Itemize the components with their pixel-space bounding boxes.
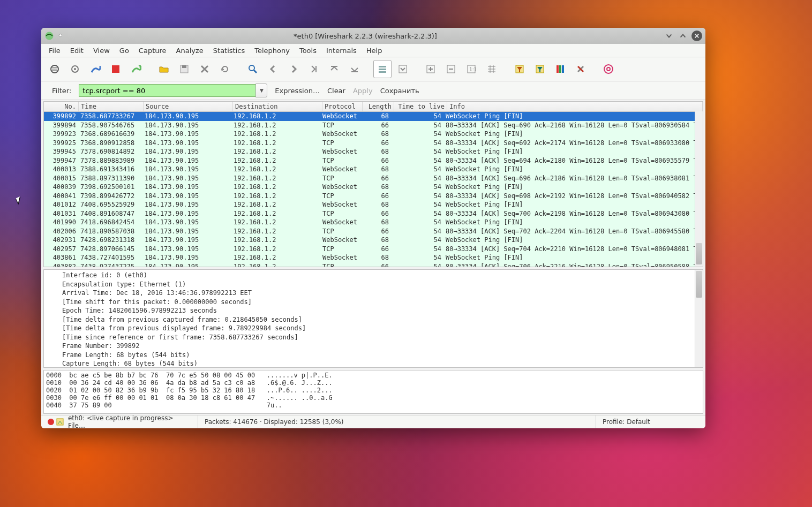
packet-row[interactable]: 3999257368.890912858184.173.90.195192.16… [44, 139, 703, 148]
open-file-icon[interactable] [155, 60, 173, 78]
menu-tools[interactable]: Tools [295, 46, 321, 56]
menu-edit[interactable]: Edit [66, 46, 88, 56]
hex-dump-pane[interactable]: 0000 bc ae c5 be 8b b7 bc 76 70 7c e5 50… [43, 370, 703, 414]
packet-row[interactable]: 4038827438.927437275184.173.90.195192.16… [44, 262, 703, 268]
column-header[interactable]: No. [44, 102, 79, 111]
close-button[interactable] [691, 31, 702, 41]
scroll-thumb[interactable] [696, 271, 702, 298]
filter-dropdown-icon[interactable]: ▼ [255, 84, 267, 97]
column-header[interactable]: Protocol [322, 102, 363, 111]
packet-row[interactable]: 4000417398.899426772184.173.90.195192.16… [44, 192, 703, 201]
go-last-icon[interactable] [345, 60, 364, 78]
menu-analyze[interactable]: Analyze [172, 46, 208, 56]
zoom-out-icon[interactable] [442, 60, 460, 78]
status-profile-text[interactable]: Profile: Default [603, 418, 650, 426]
go-to-packet-icon[interactable] [305, 60, 323, 78]
start-capture-icon[interactable] [86, 60, 104, 78]
packet-row[interactable]: 3999457378.690814892184.173.90.195192.16… [44, 147, 703, 156]
svg-point-10 [249, 65, 254, 71]
find-packet-icon[interactable] [244, 60, 262, 78]
detail-line[interactable]: Interface id: 0 (eth0) [62, 271, 703, 280]
zoom-in-icon[interactable] [422, 60, 440, 78]
menu-help[interactable]: Help [362, 46, 387, 56]
packet-row[interactable]: 4020067418.890587038184.173.90.195192.16… [44, 227, 703, 236]
column-header[interactable]: Destination [233, 102, 322, 111]
packet-row[interactable]: 4010127408.695525929184.173.90.195192.16… [44, 200, 703, 209]
details-scrollbar[interactable] [695, 270, 703, 367]
scroll-thumb[interactable] [696, 243, 702, 264]
packet-row[interactable]: 4010317408.891608747184.173.90.195192.16… [44, 209, 703, 218]
detail-line[interactable]: Frame Number: 399892 [62, 342, 703, 351]
svg-rect-9 [182, 65, 186, 68]
packet-row[interactable]: 4000397398.692500101184.173.90.195192.16… [44, 183, 703, 192]
restart-capture-icon[interactable] [127, 60, 145, 78]
packet-row[interactable]: 4000137388.691343416184.173.90.195192.16… [44, 165, 703, 174]
column-header[interactable]: Source [144, 102, 233, 111]
colorize-packets-icon[interactable] [373, 60, 392, 78]
go-back-icon[interactable] [264, 60, 282, 78]
stop-capture-icon[interactable] [107, 60, 125, 78]
detail-line[interactable]: Arrival Time: Dec 18, 2016 13:46:36.9789… [62, 289, 703, 298]
go-forward-icon[interactable] [284, 60, 303, 78]
packet-details-pane[interactable]: Interface id: 0 (eth0)Encapsulation type… [43, 269, 703, 368]
filter-apply-button[interactable]: Apply [353, 87, 373, 95]
filter-save-button[interactable]: Сохранить [380, 87, 419, 95]
detail-line[interactable]: Epoch Time: 1482061596.978992213 seconds [62, 306, 703, 315]
filter-input[interactable] [79, 84, 256, 97]
detail-line[interactable]: [Time shift for this packet: 0.000000000… [62, 298, 703, 307]
packet-row[interactable]: 3998927358.687733267184.173.90.195192.16… [44, 112, 703, 121]
help-icon[interactable] [599, 60, 618, 78]
packet-row[interactable]: 3999477378.889883989184.173.90.195192.16… [44, 156, 703, 165]
menu-telephony[interactable]: Telephony [250, 46, 294, 56]
detail-line[interactable]: [Time delta from previous captured frame… [62, 315, 703, 324]
reload-icon[interactable] [216, 60, 234, 78]
interfaces-list-icon[interactable] [46, 60, 64, 78]
menu-internals[interactable]: Internals [322, 46, 361, 56]
app-icon [44, 31, 54, 41]
packet-row[interactable]: 4000157388.897311390184.173.90.195192.16… [44, 174, 703, 183]
maximize-button[interactable] [678, 31, 688, 41]
menu-go[interactable]: Go [115, 46, 133, 56]
capture-options-icon[interactable] [66, 60, 84, 78]
menu-statistics[interactable]: Statistics [209, 46, 249, 56]
packet-row[interactable]: 4038617438.727401595184.173.90.195192.16… [44, 253, 703, 262]
svg-rect-13 [379, 69, 386, 70]
packet-list-body[interactable]: 3998927358.687733267184.173.90.195192.16… [44, 112, 703, 267]
packet-row[interactable]: 3999237368.689616639184.173.90.195192.16… [44, 130, 703, 139]
detail-line[interactable]: [Time since reference or first frame: 73… [62, 333, 703, 342]
menu-file[interactable]: File [44, 46, 65, 56]
auto-scroll-icon[interactable] [394, 60, 412, 78]
go-first-icon[interactable] [325, 60, 343, 78]
detail-line[interactable]: Frame Length: 68 bytes (544 bits) [62, 351, 703, 360]
column-header[interactable]: Info [447, 102, 703, 111]
preferences-icon[interactable] [572, 60, 590, 78]
pin-icon[interactable] [57, 31, 67, 41]
packet-row[interactable]: 4029317428.698231318184.173.90.195192.16… [44, 236, 703, 245]
column-header[interactable]: Time [79, 102, 144, 111]
filter-label: Filter: [52, 87, 71, 95]
detail-line[interactable]: Encapsulation type: Ethernet (1) [62, 280, 703, 289]
menu-capture[interactable]: Capture [134, 46, 171, 56]
column-header[interactable]: Time to live [394, 102, 447, 111]
expert-info-icon[interactable] [56, 418, 64, 426]
minimize-button[interactable] [664, 31, 674, 41]
detail-line[interactable]: Capture Length: 68 bytes (544 bits) [62, 359, 703, 368]
coloring-rules-icon[interactable] [551, 60, 569, 78]
packet-row[interactable]: 4019907418.696842454184.173.90.195192.16… [44, 218, 703, 227]
resize-columns-icon[interactable] [483, 60, 501, 78]
packet-row[interactable]: 4029577428.897066145184.173.90.195192.16… [44, 245, 703, 254]
packet-row[interactable]: 3998947358.907546765184.173.90.195192.16… [44, 121, 703, 130]
filter-expression-button[interactable]: Expression… [275, 87, 320, 95]
filter-clear-button[interactable]: Clear [327, 87, 345, 95]
capture-filters-icon[interactable] [510, 60, 529, 78]
status-packets-text: Packets: 414676 · Displayed: 12585 (3,0%… [205, 418, 344, 426]
packet-list-header[interactable]: No.TimeSourceDestinationProtocolLengthTi… [44, 102, 703, 112]
zoom-reset-icon[interactable]: 1:1 [462, 60, 480, 78]
close-file-icon[interactable] [196, 60, 214, 78]
menu-view[interactable]: View [89, 46, 114, 56]
detail-line[interactable]: [Time delta from previous displayed fram… [62, 324, 703, 333]
column-header[interactable]: Length [363, 102, 394, 111]
save-file-icon[interactable] [175, 60, 193, 78]
packet-list-scrollbar[interactable] [695, 111, 703, 267]
display-filters-icon[interactable] [531, 60, 549, 78]
